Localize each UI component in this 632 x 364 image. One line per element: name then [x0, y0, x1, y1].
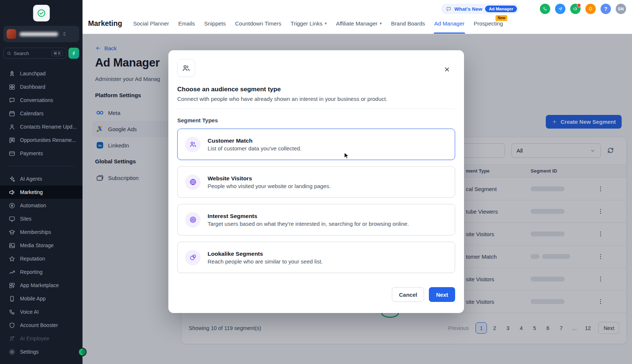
sidebar-item-voice-ai[interactable]: Voice AI [0, 305, 83, 319]
segment-options: Customer Match List of customer data you… [177, 129, 455, 273]
segment-option-lookalike-segments[interactable]: Lookalike Segments Reach people who are … [177, 242, 455, 273]
sidebar-item-opportunities-rename[interactable]: Opportunities Rename... [0, 133, 83, 147]
lookalike-icon [185, 250, 201, 265]
sidebar-item-media-storage[interactable]: Media Storage [0, 239, 83, 252]
search-shortcut: ⌘ K [51, 51, 63, 56]
tab-ad-manager[interactable]: Ad Manager [434, 13, 465, 34]
whats-new-label: What's New [454, 6, 482, 12]
people-icon [185, 137, 201, 152]
new-badge: New [495, 15, 508, 21]
ai-quick-button[interactable] [68, 48, 79, 59]
sidebar-nav-primary: Launchpad Dashboard Conversations Calend… [0, 67, 83, 160]
sidebar-item-payments[interactable]: Payments [0, 147, 83, 160]
section-title: Marketing [88, 19, 122, 28]
sidebar-item-mobile-app[interactable]: Mobile App [0, 292, 83, 305]
search-icon [7, 51, 11, 56]
ad-manager-badge: Ad Manager [485, 6, 517, 12]
chat-icon [9, 97, 16, 104]
segment-option-customer-match[interactable]: Customer Match List of customer data you… [177, 129, 455, 160]
workspace-avatar [7, 29, 16, 39]
star-icon [9, 255, 16, 262]
close-icon [443, 66, 451, 73]
user-avatar[interactable]: SN [616, 4, 626, 14]
logo-check-icon [36, 8, 46, 18]
whats-new-pill[interactable]: What's New Ad Manager [441, 4, 519, 14]
chevron-updown-icon [61, 31, 67, 37]
sidebar-item-reputation[interactable]: Reputation [0, 252, 83, 265]
segment-option-texts: Lookalike Segments Reach people who are … [208, 251, 323, 265]
quick-send-button[interactable] [555, 4, 565, 14]
close-button[interactable] [442, 64, 452, 75]
sidebar-item-memberships[interactable]: Memberships [0, 225, 83, 239]
bolt-circle-icon [9, 202, 16, 209]
segment-option-texts: Interest Segments Target users based on … [208, 213, 409, 227]
person-sparkle-icon [9, 335, 16, 342]
bolt-icon [71, 51, 77, 56]
sidebar-nav-secondary: AI Agents Marketing Automation Sites Mem… [0, 172, 83, 345]
notifications-button[interactable] [585, 4, 596, 14]
cancel-button[interactable]: Cancel [392, 287, 424, 302]
tab-countdown-timers[interactable]: Countdown Timers [235, 13, 281, 34]
search-input[interactable] [14, 51, 49, 56]
segment-option-website-visitors[interactable]: Website Visitors People who visited your… [177, 166, 455, 198]
cap-icon [9, 229, 16, 236]
sidebar-item-ai-agents[interactable]: AI Agents [0, 172, 83, 186]
grid-plus-icon [9, 282, 16, 289]
mobile-icon [9, 295, 16, 302]
sidebar-item-account-booster[interactable]: Account Booster [0, 319, 83, 332]
top-navigation: Marketing Social Planner Emails Snippets… [83, 0, 632, 34]
sidebar-search[interactable]: ⌘ K [3, 48, 66, 59]
tab-brand-boards[interactable]: Brand Boards [391, 13, 425, 34]
sidebar-navigation: Launchpad Dashboard Conversations Calend… [0, 67, 83, 345]
rocket-icon [9, 70, 16, 77]
tab-trigger-links[interactable]: Trigger Links [290, 13, 327, 34]
sidebar-item-app-marketplace[interactable]: App Marketplace [0, 279, 83, 292]
target-icon [185, 212, 201, 228]
sidebar-item-contacts-rename-upd[interactable]: Contacts Rename Upd... [0, 120, 83, 133]
tab-affiliate-manager[interactable]: Affiliate Manager [336, 13, 382, 34]
tab-prospecting[interactable]: Prospecting New [474, 13, 503, 34]
sidebar-item-settings[interactable]: Settings [0, 345, 83, 358]
phone-icon [9, 309, 16, 316]
segment-option-texts: Website Visitors People who visited your… [208, 175, 331, 189]
card-icon [9, 150, 16, 157]
segment-option-interest-segments[interactable]: Interest Segments Target users based on … [177, 204, 455, 235]
send-icon [558, 7, 563, 11]
workspace-selector[interactable] [3, 26, 79, 42]
announcements-button[interactable] [570, 4, 581, 14]
sidebar-item-sites[interactable]: Sites [0, 212, 83, 225]
app-logo [33, 5, 50, 21]
monitor-icon [9, 215, 16, 222]
globe-icon [185, 174, 201, 190]
sidebar-item-conversations[interactable]: Conversations [0, 93, 83, 107]
kanban-icon [9, 137, 16, 144]
tab-social-planner[interactable]: Social Planner [133, 13, 169, 34]
next-button[interactable]: Next [429, 287, 455, 302]
tab-emails[interactable]: Emails [178, 13, 195, 34]
sidebar-item-ai-employee[interactable]: AI Employee [0, 332, 83, 345]
phone-button[interactable] [540, 4, 550, 14]
image-icon [9, 242, 16, 249]
sidebar-item-calendars[interactable]: Calendars [0, 107, 83, 120]
segment-type-modal: Choose an audience segment type Connect … [168, 50, 464, 313]
sidebar-item-reporting[interactable]: Reporting [0, 265, 83, 279]
sparkle-icon [9, 176, 16, 183]
sidebar-search-row: ⌘ K [3, 48, 79, 59]
tab-snippets[interactable]: Snippets [204, 13, 226, 34]
help-button[interactable]: ? [601, 4, 611, 14]
sidebar-item-dashboard[interactable]: Dashboard [0, 80, 83, 93]
question-mark: ? [604, 6, 608, 12]
modal-footer: Cancel Next [177, 287, 455, 302]
users-icon [182, 64, 191, 72]
sidebar-item-marketing[interactable]: Marketing [0, 186, 83, 199]
bell-icon [588, 6, 593, 11]
top-nav-tabs-row: Marketing Social Planner Emails Snippets… [88, 13, 503, 34]
sidebar-item-launchpad[interactable]: Launchpad [0, 67, 83, 80]
segment-option-texts: Customer Match List of customer data you… [208, 137, 302, 152]
sidebar-divider [8, 166, 74, 166]
phone-icon [542, 6, 548, 11]
calendar-icon [9, 110, 16, 117]
sidebar-item-automation[interactable]: Automation [0, 199, 83, 212]
gear-icon [9, 348, 16, 356]
modal-header-icon-box [177, 59, 195, 77]
